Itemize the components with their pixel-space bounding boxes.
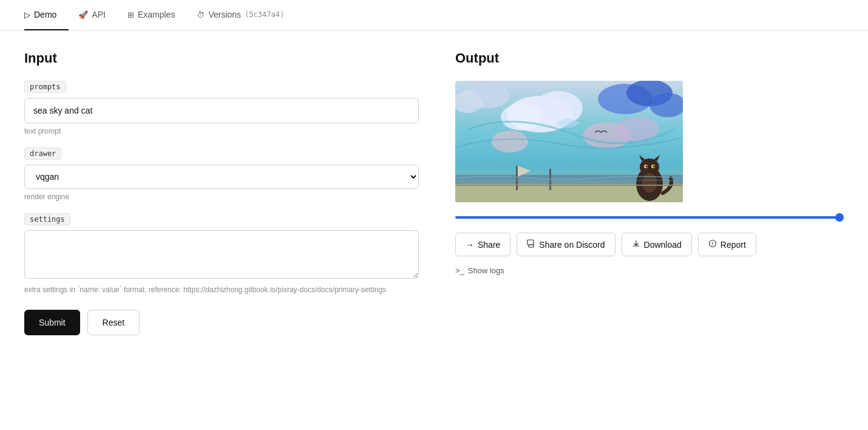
api-icon: 🚀 bbox=[78, 10, 88, 19]
reset-button[interactable]: Reset bbox=[87, 310, 140, 335]
svg-point-15 bbox=[640, 159, 659, 176]
generated-image bbox=[455, 81, 683, 202]
tab-demo-label: Demo bbox=[34, 10, 56, 19]
report-icon bbox=[708, 239, 717, 250]
discord-button[interactable]: Share on Discord bbox=[517, 233, 615, 256]
report-label: Report bbox=[721, 240, 746, 250]
download-label: Download bbox=[644, 240, 682, 250]
tab-versions[interactable]: ⏱ Versions (5c347a4) bbox=[197, 0, 296, 30]
settings-textarea[interactable] bbox=[24, 230, 419, 279]
output-title: Output bbox=[455, 50, 844, 66]
svg-point-13 bbox=[492, 131, 528, 152]
prompts-field-group: prompts text prompt bbox=[24, 81, 419, 135]
tab-api[interactable]: 🚀 API bbox=[78, 0, 118, 30]
share-button[interactable]: → Share bbox=[455, 233, 510, 256]
svg-rect-23 bbox=[516, 166, 518, 190]
logs-icon: >_ bbox=[455, 266, 464, 275]
drawer-hint: render engine bbox=[24, 193, 419, 201]
prompt-input[interactable] bbox=[24, 98, 419, 123]
drawer-select[interactable]: vqgan pixel clipdraw line_sketch fast_pi… bbox=[24, 165, 419, 189]
version-badge: (5c347a4) bbox=[245, 10, 284, 19]
versions-icon: ⏱ bbox=[197, 10, 205, 19]
prompt-hint: text prompt bbox=[24, 127, 419, 135]
discord-label: Share on Discord bbox=[539, 240, 605, 250]
input-panel: Input prompts text prompt drawer vqgan p… bbox=[24, 50, 419, 335]
drawer-label: drawer bbox=[24, 148, 61, 160]
settings-hint: extra settings in `name: value` format. … bbox=[24, 284, 419, 295]
report-button[interactable]: Report bbox=[698, 233, 756, 256]
submit-button[interactable]: Submit bbox=[24, 310, 80, 335]
demo-icon: ▷ bbox=[24, 10, 30, 19]
svg-rect-27 bbox=[529, 245, 534, 247]
tab-demo[interactable]: ▷ Demo bbox=[24, 0, 69, 30]
examples-icon: ⊞ bbox=[127, 10, 134, 19]
show-logs-button[interactable]: >_ Show logs bbox=[455, 266, 504, 275]
download-icon bbox=[632, 239, 640, 250]
settings-label: settings bbox=[24, 213, 70, 225]
tab-examples[interactable]: ⊞ Examples bbox=[127, 0, 187, 30]
main-content: Input prompts text prompt drawer vqgan p… bbox=[0, 31, 868, 355]
share-label: Share bbox=[478, 240, 500, 250]
tab-api-label: API bbox=[92, 10, 106, 19]
share-icon: → bbox=[466, 240, 474, 250]
drawer-field-group: drawer vqgan pixel clipdraw line_sketch … bbox=[24, 148, 419, 201]
image-slider[interactable] bbox=[455, 216, 844, 219]
tabs-nav: ▷ Demo 🚀 API ⊞ Examples ⏱ Versions (5c34… bbox=[0, 0, 868, 31]
show-logs-label: Show logs bbox=[468, 266, 504, 275]
output-image-container bbox=[455, 81, 683, 202]
tab-examples-label: Examples bbox=[138, 10, 175, 19]
settings-field-group: settings extra settings in `name: value`… bbox=[24, 213, 419, 295]
output-panel: Output bbox=[455, 50, 844, 335]
prompts-label: prompts bbox=[24, 81, 66, 93]
download-button[interactable]: Download bbox=[622, 233, 692, 256]
svg-point-20 bbox=[646, 166, 648, 168]
svg-point-21 bbox=[653, 166, 655, 168]
form-buttons: Submit Reset bbox=[24, 310, 419, 335]
tab-versions-label: Versions bbox=[208, 10, 241, 19]
input-title: Input bbox=[24, 50, 419, 66]
discord-icon bbox=[527, 239, 535, 250]
image-slider-container bbox=[455, 211, 844, 220]
svg-point-5 bbox=[501, 104, 543, 131]
svg-point-30 bbox=[712, 245, 713, 245]
svg-rect-26 bbox=[527, 240, 534, 245]
action-buttons-row: → Share Share on Discord bbox=[455, 233, 844, 256]
